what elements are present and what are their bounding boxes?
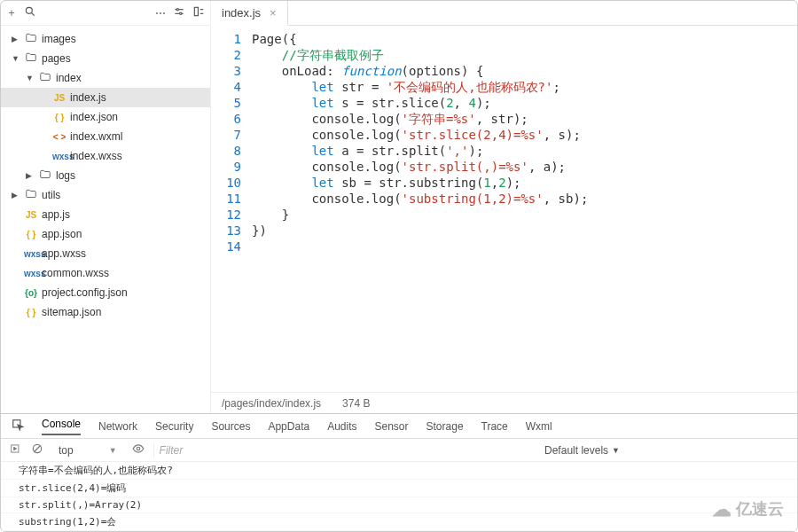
- svg-point-0: [26, 7, 32, 13]
- console-output[interactable]: 字符串=不会编码的人,也能称码农?str.slice(2,4)=编码str.sp…: [1, 462, 797, 531]
- devtab-audits[interactable]: Audits: [327, 420, 356, 433]
- devtab-appdata[interactable]: AppData: [268, 420, 309, 433]
- svg-point-4: [176, 9, 178, 11]
- inspect-icon[interactable]: [12, 419, 24, 434]
- jn-icon: { }: [52, 113, 66, 122]
- filter-input[interactable]: Filter: [153, 442, 536, 458]
- js-icon: JS: [52, 93, 66, 103]
- log-line: 字符串=不会编码的人,也能称码农?: [1, 462, 797, 480]
- explorer-toolbar: ＋ ⋯: [1, 1, 210, 26]
- jn-icon: { }: [24, 308, 38, 317]
- tree-label: sitemap.json: [42, 306, 101, 318]
- new-file-icon[interactable]: ＋: [6, 5, 17, 20]
- xs-icon: wxss: [52, 152, 66, 161]
- svg-point-14: [137, 447, 140, 450]
- file-index.wxml[interactable]: < >index.wxml: [1, 127, 210, 146]
- tree-label: common.wxss: [42, 267, 109, 279]
- folder-logs[interactable]: ▶logs: [1, 166, 210, 185]
- more-icon[interactable]: ⋯: [155, 7, 166, 20]
- svg-rect-6: [194, 7, 198, 15]
- folder-icon: [24, 51, 38, 66]
- folder-icon: [38, 168, 52, 183]
- devtab-console[interactable]: Console: [42, 418, 81, 435]
- devtab-wxml[interactable]: Wxml: [526, 420, 552, 433]
- watermark: ☁ 亿速云: [712, 498, 784, 521]
- js-icon: JS: [24, 210, 38, 220]
- folder-utils[interactable]: ▶utils: [1, 185, 210, 205]
- layout-icon[interactable]: [192, 5, 205, 20]
- devtab-security[interactable]: Security: [155, 420, 193, 433]
- tab-label: index.js: [222, 6, 261, 20]
- folder-pages[interactable]: ▼pages: [1, 49, 210, 68]
- line-gutter: 1234567891011121314: [211, 26, 248, 392]
- play-icon[interactable]: [10, 442, 22, 458]
- tree-label: index.wxml: [70, 130, 122, 143]
- folder-index[interactable]: ▼index: [1, 68, 210, 88]
- levels-selector[interactable]: Default levels▼: [544, 444, 620, 457]
- tree-label: project.config.json: [42, 286, 128, 299]
- eye-icon[interactable]: [132, 442, 145, 458]
- devtab-trace[interactable]: Trace: [481, 420, 508, 433]
- file-index.wxss[interactable]: wxssindex.wxss: [1, 146, 210, 166]
- devtab-sources[interactable]: Sources: [211, 420, 250, 433]
- close-icon[interactable]: ×: [270, 6, 277, 20]
- devtab-storage[interactable]: Storage: [426, 420, 464, 433]
- file-tree: ▶images▼pages▼indexJSindex.js{ }index.js…: [1, 26, 210, 413]
- editor-tabs: index.js ×: [211, 1, 797, 26]
- devtools-tabs: ConsoleNetworkSecuritySourcesAppDataAudi…: [1, 414, 797, 439]
- tree-label: utils: [42, 189, 60, 201]
- folder-icon: [24, 188, 38, 202]
- context-selector[interactable]: top▼: [52, 442, 123, 458]
- status-path: /pages/index/index.js: [222, 397, 321, 410]
- devtools-panel: ConsoleNetworkSecuritySourcesAppDataAudi…: [1, 413, 797, 531]
- tree-label: app.js: [42, 208, 70, 221]
- tree-label: index.js: [70, 91, 106, 104]
- code-editor[interactable]: 1234567891011121314 Page({ //字符串截取例子 onL…: [211, 26, 797, 392]
- status-size: 374 B: [342, 397, 370, 410]
- file-app.wxss[interactable]: wxssapp.wxss: [1, 244, 210, 263]
- tree-label: images: [42, 33, 76, 45]
- log-line: str.slice(2,4)=编码: [1, 480, 797, 497]
- pj-icon: {o}: [24, 288, 38, 298]
- tree-label: index.json: [70, 111, 118, 123]
- editor-pane: index.js × 1234567891011121314 Page({ //…: [211, 1, 797, 413]
- file-sitemap.json[interactable]: { }sitemap.json: [1, 302, 210, 322]
- xs-icon: wxss: [24, 249, 38, 259]
- tree-label: pages: [42, 52, 71, 65]
- log-line: substring(1,2)=会: [1, 513, 797, 531]
- console-toolbar: top▼ Filter Default levels▼: [1, 439, 797, 462]
- svg-line-1: [32, 13, 35, 16]
- jn-icon: { }: [24, 230, 38, 239]
- log-line: str.split(,)=Array(2): [1, 497, 797, 513]
- folder-icon: [24, 32, 38, 46]
- status-bar: /pages/index/index.js 374 B: [211, 392, 797, 413]
- file-app.json[interactable]: { }app.json: [1, 224, 210, 244]
- file-index.json[interactable]: { }index.json: [1, 107, 210, 127]
- svg-point-5: [180, 12, 182, 14]
- file-common.wxss[interactable]: wxsscommon.wxss: [1, 263, 210, 283]
- svg-marker-11: [14, 447, 17, 450]
- devtab-sensor[interactable]: Sensor: [375, 420, 409, 433]
- file-project.config.json[interactable]: {o}project.config.json: [1, 283, 210, 302]
- svg-line-13: [35, 446, 41, 452]
- folder-images[interactable]: ▶images: [1, 29, 210, 49]
- xs-icon: wxss: [24, 269, 38, 278]
- file-index.js[interactable]: JSindex.js: [1, 88, 210, 107]
- settings-icon[interactable]: [173, 5, 185, 20]
- clear-icon[interactable]: [31, 442, 43, 458]
- tree-label: app.wxss: [42, 247, 86, 260]
- tree-label: index.wxss: [70, 150, 122, 162]
- tree-label: app.json: [42, 228, 82, 240]
- devtab-network[interactable]: Network: [98, 420, 137, 433]
- code-content: Page({ //字符串截取例子 onLoad: function(option…: [248, 26, 588, 392]
- tab-index-js[interactable]: index.js ×: [211, 1, 288, 26]
- file-app.js[interactable]: JSapp.js: [1, 205, 210, 224]
- tree-label: logs: [56, 169, 75, 182]
- folder-icon: [38, 71, 52, 85]
- search-icon[interactable]: [24, 5, 36, 20]
- file-explorer: ＋ ⋯ ▶images▼pages▼indexJSindex.js{ }inde…: [1, 1, 211, 413]
- tree-label: index: [56, 72, 82, 84]
- ml-icon: < >: [52, 132, 66, 142]
